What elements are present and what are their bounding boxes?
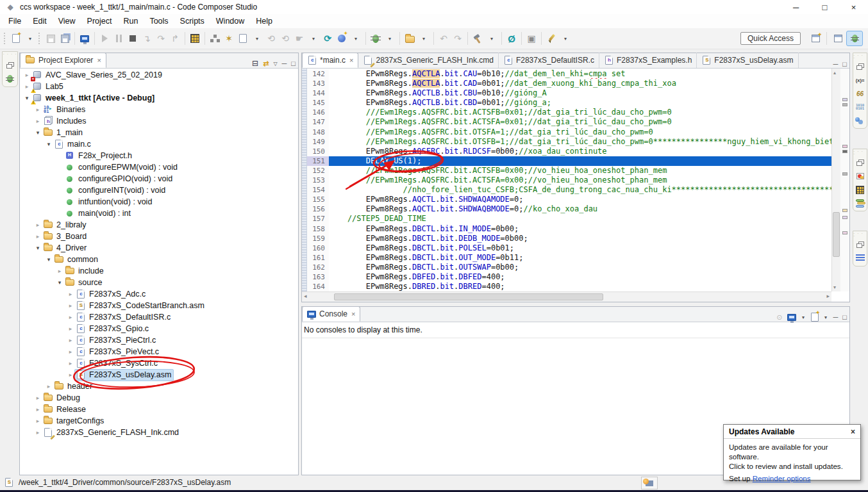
display-console-icon[interactable] bbox=[787, 314, 796, 321]
overview-mark[interactable] bbox=[842, 231, 847, 234]
disassembly-view-icon[interactable] bbox=[855, 253, 866, 263]
tree-expander-icon[interactable]: ▸ bbox=[66, 291, 75, 297]
tree-expander-icon[interactable]: ▸ bbox=[33, 418, 42, 424]
tab-close-icon[interactable]: × bbox=[351, 310, 355, 318]
tree-expander-icon[interactable]: ▸ bbox=[33, 222, 42, 228]
code-line[interactable]: 162 EPwm8Regs.DBCTL.bit.OUTSWAP=0b00; bbox=[307, 263, 831, 272]
open-console-dropdown[interactable]: ▾ bbox=[823, 315, 829, 320]
new-button[interactable] bbox=[10, 31, 22, 46]
tree-item[interactable]: F28x_Project.h bbox=[20, 150, 298, 161]
editor-tab[interactable]: SF2837xS_usDelay.asm bbox=[697, 53, 798, 68]
minimize-button[interactable]: ─ bbox=[781, 0, 810, 14]
scroll-down-icon[interactable]: ▾ bbox=[833, 284, 836, 290]
tree-item[interactable]: ▸3_Board bbox=[20, 231, 298, 242]
maximize-button[interactable]: □ bbox=[810, 0, 839, 14]
restore-view-icon[interactable] bbox=[855, 158, 866, 168]
tree-expander-icon[interactable]: ▸ bbox=[22, 83, 31, 90]
tree-item[interactable]: ▸2_libraly bbox=[20, 219, 298, 231]
menu-edit[interactable]: Edit bbox=[27, 15, 53, 28]
code-line[interactable]: 145 EPwm8Regs.AQCTLB.bit.CBD=0b01;//gión… bbox=[307, 98, 831, 108]
tree-item[interactable]: ▸cF2837xS_PieCtrl.c bbox=[20, 334, 298, 346]
tree-expander-icon[interactable]: ▸ bbox=[66, 314, 75, 320]
minimize-view-icon[interactable]: ─ bbox=[282, 60, 287, 67]
code-line[interactable]: 157 //STEP5_DEAD_TIME bbox=[307, 214, 831, 224]
code-line[interactable]: 161 EPwm8Regs.DBCTL.bit.OUT_MODE=0b11; bbox=[307, 253, 831, 263]
code-line[interactable]: 147 //EPwm1Regs.AQSFRC.bit.ACTSFA=0x01;/… bbox=[307, 117, 831, 127]
tree-item[interactable]: ▸Lab5 bbox=[20, 81, 298, 92]
tree-item[interactable]: ▸cF2837xS_DefaultISR.c bbox=[20, 311, 298, 323]
code-line[interactable]: 142 EPwm8Regs.AQCTLA.bit.CAU=0b10;//dat_… bbox=[307, 69, 831, 79]
popup-close-icon[interactable]: × bbox=[851, 427, 855, 436]
mark-occurrences-button[interactable] bbox=[545, 31, 558, 46]
tree-expander-icon[interactable]: ▸ bbox=[66, 325, 75, 332]
reminder-options-link[interactable]: Reminder options bbox=[753, 474, 811, 482]
tree-expander-icon[interactable]: ▾ bbox=[44, 256, 53, 263]
new-dropdown[interactable]: ▾ bbox=[24, 31, 37, 46]
console-view-button[interactable] bbox=[78, 31, 91, 46]
code-line[interactable]: 158 EPwm8Regs.DBCTL.bit.IN_MODE=0b00; bbox=[307, 224, 831, 234]
run-free-button[interactable] bbox=[335, 31, 348, 46]
code-line[interactable]: 146 ///Ewm1Regs.AQSFRC.bit.ACTSFB=0x01;/… bbox=[307, 108, 831, 117]
tree-item[interactable]: ▸1001Binaries bbox=[20, 104, 298, 115]
code-line[interactable]: 164 EPwm8Regs.DBRED.bit.DBRED=400; bbox=[307, 282, 831, 291]
scroll-right-icon[interactable]: ▸ bbox=[826, 293, 830, 299]
overview-mark[interactable] bbox=[842, 209, 847, 212]
software-updates-icon[interactable] bbox=[641, 477, 658, 489]
editor-tab[interactable]: cF2837xS_DefaultISR.c bbox=[499, 53, 599, 68]
tree-item[interactable]: ▸2837xS_Generic_FLASH_Ink.cmd bbox=[20, 427, 298, 438]
overview-mark[interactable] bbox=[842, 216, 847, 219]
menu-scripts[interactable]: Scripts bbox=[174, 15, 210, 28]
tree-item[interactable]: ▸Release bbox=[20, 404, 298, 415]
open-console-icon[interactable] bbox=[811, 313, 819, 322]
ccs-debug-perspective-button[interactable] bbox=[846, 31, 863, 46]
redo-button[interactable]: ↷ bbox=[451, 31, 464, 46]
debug-view-icon[interactable] bbox=[4, 74, 16, 84]
minimize-view-icon[interactable]: ─ bbox=[833, 313, 839, 321]
editor-tab[interactable]: 2837xS_Generic_FLASH_Ink.cmd bbox=[358, 53, 498, 68]
tree-item[interactable]: ▾4_Driver bbox=[20, 242, 298, 254]
restore-view-icon[interactable] bbox=[855, 240, 866, 250]
tree-expander-icon[interactable]: ▸ bbox=[66, 348, 75, 355]
code-line[interactable]: 148 //EPwm1Regs.AQSFRC.bit.OTSFA=1;//dat… bbox=[307, 127, 831, 137]
open-element-button[interactable]: Ø bbox=[505, 31, 518, 46]
horizontal-scroll-thumb[interactable] bbox=[334, 293, 603, 300]
ccs-edit-perspective-button[interactable] bbox=[830, 31, 846, 46]
code-line[interactable]: 153 //EPwm1Regs.AQSFRC.bit.ACTSFA=0x00;/… bbox=[307, 176, 831, 185]
step-into-button[interactable]: ↴ bbox=[140, 31, 153, 46]
collapse-all-icon[interactable]: ⊟ bbox=[252, 59, 258, 68]
editor-tab[interactable]: hF2837xS_Examples.h bbox=[599, 53, 697, 68]
step-over-button[interactable]: ↷ bbox=[154, 31, 167, 46]
build-dropdown[interactable]: ▾ bbox=[485, 31, 498, 46]
tree-expander-icon[interactable]: ▾ bbox=[33, 129, 42, 136]
tree-item[interactable]: configureGPIO(void) : void bbox=[20, 173, 298, 184]
resume-button[interactable] bbox=[98, 31, 111, 46]
tree-expander-icon[interactable]: ▸ bbox=[33, 429, 42, 436]
undo-button[interactable]: ↶ bbox=[437, 31, 450, 46]
tree-expander-icon[interactable]: ▸ bbox=[33, 118, 42, 124]
menu-tools[interactable]: Tools bbox=[144, 15, 174, 28]
tree-item[interactable]: ▾cmain.c bbox=[20, 138, 298, 150]
link-with-editor-icon[interactable]: ⇄ bbox=[263, 60, 269, 68]
code-editor[interactable]: 142 EPwm8Regs.AQCTLA.bit.CAU=0b10;//dat_… bbox=[302, 69, 831, 291]
code-line[interactable]: 154 //nho_fore_lien_tuc_CSFB;CSFA_de_dun… bbox=[307, 185, 831, 195]
tree-item[interactable]: ▸include bbox=[20, 265, 298, 277]
scroll-left-icon[interactable]: ◂ bbox=[304, 293, 307, 299]
tree-item[interactable]: ▸cF2837xS_SysCtrl.c bbox=[20, 357, 298, 369]
tree-item[interactable]: ▾common bbox=[20, 254, 298, 265]
overview-mark[interactable] bbox=[842, 103, 847, 106]
restore-snapshot-button[interactable]: ⟲ bbox=[265, 31, 278, 46]
menu-window[interactable]: Window bbox=[210, 15, 250, 28]
overview-mark[interactable] bbox=[842, 145, 847, 148]
editor-vertical-scrollbar[interactable]: ▴ ▾ bbox=[831, 69, 840, 291]
tree-expander-icon[interactable]: ▸ bbox=[22, 72, 31, 78]
tree-item[interactable]: ▸targetConfigs bbox=[20, 415, 298, 427]
menu-project[interactable]: Project bbox=[81, 15, 118, 28]
tree-item[interactable]: ▸×AVC_Slave_Series_25_02_2019 bbox=[20, 69, 298, 81]
overview-mark[interactable] bbox=[842, 150, 847, 153]
profile-dropdown[interactable]: ▾ bbox=[307, 31, 320, 46]
code-line[interactable]: 156 EPwm8Regs.AQCTL.bit.SHDWAQBMODE=0;//… bbox=[307, 204, 831, 214]
tree-expander-icon[interactable]: ▸ bbox=[66, 360, 75, 366]
code-line[interactable]: 155 EPwm8Regs.AQCTL.bit.SHDWAQAMODE=0; bbox=[307, 195, 831, 204]
overview-mark[interactable] bbox=[842, 172, 847, 176]
code-line-selected[interactable]: 151 DELAY_US(1); bbox=[307, 156, 831, 166]
